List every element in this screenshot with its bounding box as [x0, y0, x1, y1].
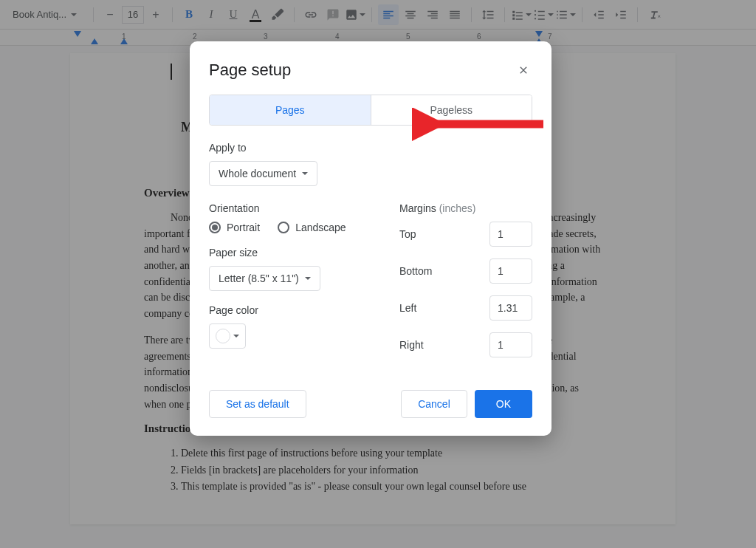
margin-left-label: Left [399, 302, 416, 314]
caret-down-icon [233, 335, 239, 338]
orientation-label: Orientation [209, 202, 370, 214]
margin-top-input[interactable] [489, 222, 532, 247]
radio-icon [278, 222, 289, 233]
margin-left-input[interactable] [489, 295, 532, 321]
close-icon [518, 64, 529, 76]
paper-size-label: Paper size [209, 247, 370, 258]
tab-pageless[interactable]: Pageless [371, 95, 532, 125]
close-button[interactable] [515, 61, 532, 79]
tab-row: Pages Pageless [209, 95, 532, 126]
page-color-picker[interactable] [209, 323, 246, 349]
margins-label: Margins (inches) [399, 202, 532, 214]
apply-to-value: Whole document [219, 168, 296, 179]
cancel-button[interactable]: Cancel [401, 390, 467, 418]
page-setup-dialog: Page setup Pages Pageless Apply to Whole… [190, 41, 551, 436]
landscape-label: Landscape [295, 222, 346, 233]
page-color-label: Page color [209, 304, 370, 316]
tab-pages[interactable]: Pages [210, 95, 371, 125]
portrait-label: Portrait [227, 222, 260, 233]
caret-down-icon [302, 172, 308, 175]
margin-bottom-input[interactable] [489, 258, 532, 284]
paper-size-value: Letter (8.5" x 11") [219, 273, 299, 284]
dialog-title: Page setup [209, 61, 291, 80]
set-as-default-button[interactable]: Set as default [209, 390, 306, 418]
paper-size-dropdown[interactable]: Letter (8.5" x 11") [209, 266, 320, 291]
margin-bottom-label: Bottom [399, 265, 432, 277]
apply-to-dropdown[interactable]: Whole document [209, 161, 317, 186]
ok-button[interactable]: OK [475, 390, 532, 418]
radio-icon [209, 222, 221, 233]
margin-right-label: Right [399, 339, 424, 351]
caret-down-icon [305, 277, 311, 280]
margin-right-input[interactable] [489, 332, 532, 357]
margin-top-label: Top [399, 228, 416, 240]
color-swatch-icon [216, 329, 230, 343]
orientation-landscape-radio[interactable]: Landscape [278, 222, 346, 233]
apply-to-label: Apply to [209, 142, 532, 154]
orientation-portrait-radio[interactable]: Portrait [209, 222, 260, 233]
